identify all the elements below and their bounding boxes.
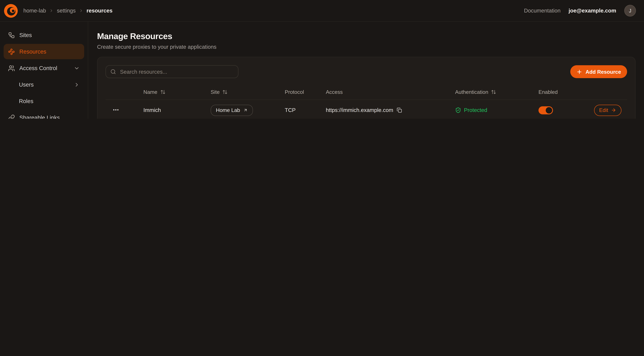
site-badge-label: Home Lab [216, 107, 240, 113]
header-authentication-label: Authentication [455, 89, 488, 95]
protocol-value: TCP [285, 107, 296, 113]
breadcrumb-current: resources [86, 8, 112, 14]
chevron-right-icon [79, 8, 83, 13]
link-icon [8, 114, 15, 119]
edit-button[interactable]: Edit [594, 104, 622, 116]
chevron-right-icon [49, 8, 54, 13]
header-enabled-label: Enabled [538, 89, 558, 95]
plus-icon [576, 69, 582, 75]
sort-icon [491, 90, 496, 95]
sidebar-item-label: Users [19, 81, 34, 88]
topbar-right: Documentation joe@example.com J [524, 5, 636, 16]
sidebar-nav: Sites Resources Access Control Users Rol [0, 22, 88, 119]
site-link[interactable]: Home Lab [211, 104, 253, 116]
edit-button-label: Edit [599, 107, 608, 113]
access-value: https://immich.example.com [326, 107, 393, 113]
enabled-toggle[interactable] [538, 106, 553, 114]
resource-name: Immich [144, 107, 161, 113]
sort-icon [160, 90, 166, 95]
header-name[interactable]: Name [135, 89, 202, 95]
waypoints-icon [8, 48, 15, 55]
header-enabled: Enabled [530, 89, 586, 95]
avatar-initial: J [629, 8, 632, 14]
copy-button[interactable] [397, 108, 402, 113]
sidebar-item-label: Roles [19, 98, 33, 104]
page-title: Manage Resources [97, 32, 636, 41]
arrow-up-right-icon [243, 108, 248, 112]
header-name-label: Name [144, 89, 157, 95]
header-site-label: Site [211, 89, 220, 95]
header-access: Access [318, 89, 447, 95]
workflow-icon [8, 32, 15, 38]
sidebar-item-access-control[interactable]: Access Control [4, 60, 84, 76]
header-access-label: Access [326, 89, 343, 95]
search-input[interactable] [119, 68, 234, 75]
user-email[interactable]: joe@example.com [568, 8, 616, 14]
sidebar-item-label: Access Control [19, 65, 57, 71]
resources-table: Name Site Protocol Access [106, 84, 627, 119]
add-resource-button[interactable]: Add Resource [570, 65, 627, 78]
sidebar-item-label: Shareable Links [19, 114, 60, 119]
documentation-link[interactable]: Documentation [524, 8, 560, 14]
main-content: Manage Resources Create secure proxies t… [88, 22, 644, 119]
search-icon [110, 69, 116, 74]
topbar: home-lab settings resources Documentatio… [0, 0, 644, 22]
toggle-knob [546, 107, 552, 114]
sidebar: Sites Resources Access Control Users Rol [0, 22, 88, 119]
arrow-right-icon [611, 108, 616, 113]
breadcrumb: home-lab settings resources [23, 8, 112, 14]
breadcrumb-settings[interactable]: settings [57, 8, 76, 14]
row-menu-button[interactable]: ⋯ [113, 107, 119, 113]
app-logo-icon[interactable] [4, 4, 18, 18]
sidebar-item-label: Sites [19, 32, 32, 38]
sidebar-item-users[interactable]: Users [4, 77, 84, 92]
app-window: home-lab settings resources Documentatio… [0, 0, 644, 119]
resources-card: Add Resource Name Site [97, 57, 636, 119]
sidebar-item-shareable-links[interactable]: Shareable Links [4, 110, 84, 119]
page-subtitle: Create secure proxies to your private ap… [97, 44, 636, 50]
header-authentication[interactable]: Authentication [447, 89, 530, 95]
breadcrumb-org[interactable]: home-lab [23, 8, 46, 14]
sort-icon [222, 90, 228, 95]
chevron-down-icon [74, 65, 80, 71]
sidebar-item-resources[interactable]: Resources [4, 44, 84, 59]
users-icon [8, 65, 15, 72]
auth-label: Protected [464, 107, 487, 113]
auth-status: Protected [455, 107, 487, 113]
table-header-row: Name Site Protocol Access [106, 84, 627, 100]
copy-icon [397, 108, 402, 113]
table-body: ⋯ Immich Home Lab TCP https://immich.exa… [106, 100, 627, 119]
sidebar-item-label: Resources [19, 48, 46, 55]
header-protocol: Protocol [277, 89, 318, 95]
header-protocol-label: Protocol [285, 89, 304, 95]
sidebar-item-roles[interactable]: Roles [4, 94, 84, 109]
chevron-right-icon [74, 82, 80, 88]
add-resource-label: Add Resource [586, 69, 621, 75]
toolbar: Add Resource [106, 65, 627, 78]
sidebar-item-sites[interactable]: Sites [4, 28, 84, 43]
table-row: ⋯ Immich Home Lab TCP https://immich.exa… [106, 100, 627, 119]
avatar[interactable]: J [624, 5, 636, 16]
shield-check-icon [455, 107, 461, 113]
header-site[interactable]: Site [202, 89, 277, 95]
search-box [106, 65, 238, 78]
